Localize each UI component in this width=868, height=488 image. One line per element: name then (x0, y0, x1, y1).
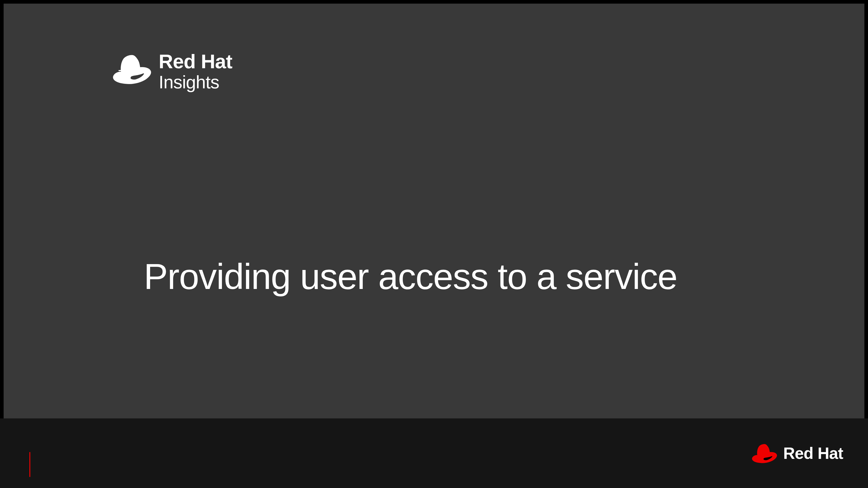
header-logo: Red Hat Insights (112, 51, 232, 93)
footer-brand-text: Red Hat (783, 444, 843, 462)
footer-accent-marker (29, 452, 30, 477)
slide-body: Red Hat Insights Providing user access t… (4, 4, 864, 418)
slide-footer: Red Hat (0, 418, 868, 488)
logo-product-text: Insights (159, 72, 232, 93)
logo-text-block: Red Hat Insights (159, 51, 232, 93)
slide-title: Providing user access to a service (144, 257, 677, 296)
footer-logo: Red Hat (751, 443, 843, 463)
fedora-hat-icon (751, 443, 778, 463)
fedora-hat-icon (112, 54, 152, 86)
logo-brand-text: Red Hat (159, 51, 232, 72)
